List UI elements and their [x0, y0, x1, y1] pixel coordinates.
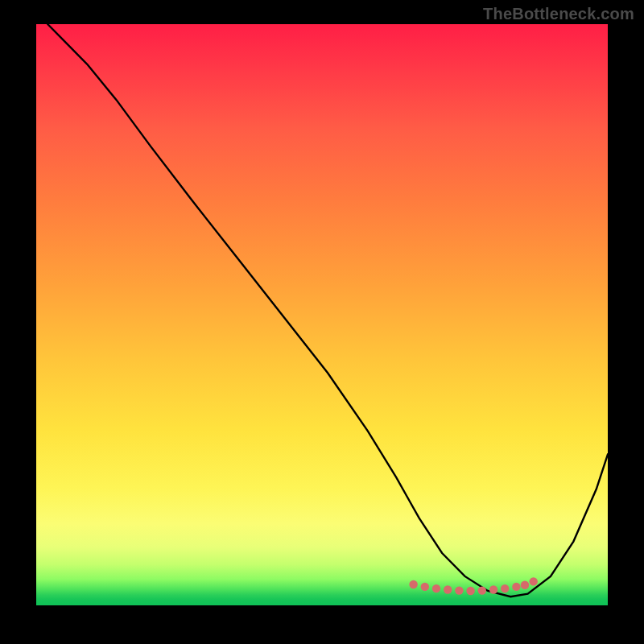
plot-area	[36, 24, 608, 605]
highlight-dot	[432, 584, 440, 592]
highlight-dots-group	[409, 577, 538, 595]
highlight-dot	[444, 585, 452, 593]
highlight-dot	[455, 586, 463, 594]
watermark-text: TheBottleneck.com	[483, 5, 634, 23]
highlight-dot	[512, 583, 520, 591]
bottleneck-curve-path	[47, 24, 608, 597]
highlight-dot	[466, 587, 474, 595]
highlight-dot	[421, 583, 429, 591]
curve-svg	[36, 24, 608, 605]
chart-frame: TheBottleneck.com	[0, 0, 644, 644]
highlight-dot	[489, 585, 497, 593]
highlight-dot	[478, 586, 486, 594]
highlight-dot	[501, 584, 509, 592]
highlight-dot	[409, 580, 417, 588]
highlight-dot	[521, 581, 529, 589]
highlight-dot	[530, 577, 538, 585]
